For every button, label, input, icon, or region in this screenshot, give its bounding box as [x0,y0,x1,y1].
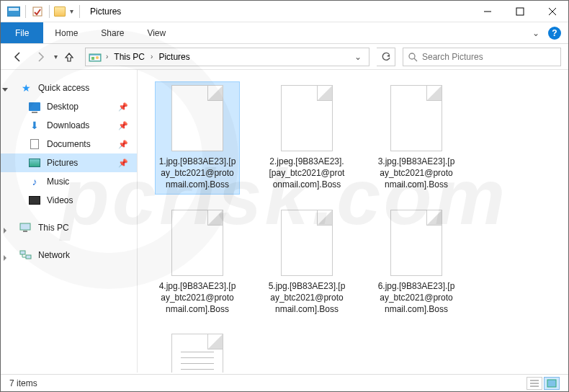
svg-line-12 [414,58,417,61]
sidebar-quick-access[interactable]: ★ Quick access [1,79,137,97]
file-name: 6.jpg.[9B83AE23].[pay_btc2021@protonmail… [377,280,455,316]
file-item[interactable]: readme-warning.txt [155,330,240,373]
file-name: 1.jpg.[9B83AE23].[pay_btc2021@protonmail… [158,156,236,191]
help-icon[interactable]: ? [548,27,561,40]
navigation-bar: ▾ › This PC › Pictures ⌄ [1,44,568,70]
tab-view[interactable]: View [135,22,177,43]
large-icons-view-button[interactable] [544,377,560,390]
file-icon [171,210,223,276]
file-name: 5.jpg.[9B83AE23].[pay_btc2021@protonmail… [268,280,346,316]
pin-icon: 📌 [118,102,128,112]
file-icon [390,85,442,151]
close-button[interactable] [536,1,568,22]
svg-rect-14 [23,231,27,232]
chevron-right-icon[interactable]: › [103,53,111,61]
file-icon [281,210,333,276]
sidebar-item-pictures[interactable]: Pictures 📌 [1,153,137,172]
downloads-icon: ⬇ [28,120,41,131]
file-item[interactable]: 5.jpg.[9B83AE23].[pay_btc2021@protonmail… [264,206,349,319]
svg-rect-22 [547,380,556,387]
file-name: 3.jpg.[9B83AE23].[pay_btc2021@protonmail… [377,156,455,191]
app-icon [6,4,21,19]
svg-rect-15 [20,251,25,254]
ribbon-expand-icon[interactable]: ⌄ [532,28,539,38]
sidebar-item-label: Music [47,177,69,187]
file-tab[interactable]: File [1,22,43,43]
videos-icon [29,196,40,205]
svg-point-11 [409,53,415,59]
documents-icon [30,139,39,149]
sidebar-network[interactable]: Network [1,246,137,264]
address-dropdown-icon[interactable]: ⌄ [354,52,362,62]
pin-icon: 📌 [118,140,128,149]
file-item[interactable]: 3.jpg.[9B83AE23].[pay_btc2021@protonmail… [374,81,459,195]
sidebar-item-label: Downloads [47,120,89,130]
pictures-icon [29,159,40,167]
sidebar-item-desktop[interactable]: Desktop 📌 [1,97,137,116]
pin-icon: 📌 [118,159,128,168]
tab-share[interactable]: Share [89,22,135,43]
svg-rect-9 [91,57,94,60]
folder-icon [54,6,66,17]
recent-locations-icon[interactable]: ▾ [54,53,58,61]
qat-properties-icon[interactable] [30,4,45,19]
forward-button[interactable] [31,47,51,67]
file-name: 2.jpeg.[9B83AE23].[pay_btc2021@protonmai… [268,156,346,191]
file-item[interactable]: 4.jpg.[9B83AE23].[pay_btc2021@protonmail… [155,206,240,319]
breadcrumb-this-pc[interactable]: This PC [112,52,146,62]
sidebar-item-label: Desktop [47,102,79,112]
sidebar-item-label: Pictures [47,158,78,168]
qat-dropdown-icon[interactable]: ▾ [70,7,73,15]
svg-point-10 [96,56,99,59]
sidebar-item-music[interactable]: ♪ Music [1,172,137,191]
tab-home[interactable]: Home [43,22,89,43]
breadcrumb-pictures[interactable]: Pictures [157,52,191,62]
back-button[interactable] [8,47,28,67]
sidebar-item-label: Documents [47,139,91,149]
svg-rect-4 [516,8,524,15]
sidebar-label: Network [38,250,70,260]
qat-separator [25,5,26,18]
star-icon: ★ [19,82,32,94]
file-item[interactable]: 6.jpg.[9B83AE23].[pay_btc2021@protonmail… [374,206,459,319]
network-icon [19,249,32,261]
qat-separator [49,5,50,18]
desktop-icon [29,102,40,111]
text-file-icon [171,334,223,373]
address-bar[interactable]: › This PC › Pictures ⌄ [85,48,369,66]
status-bar: 7 items [1,374,568,391]
svg-rect-13 [20,223,30,230]
details-view-button[interactable] [527,377,542,390]
file-icon [390,210,442,276]
file-name: 4.jpg.[9B83AE23].[pay_btc2021@protonmail… [158,280,236,316]
search-box[interactable] [403,48,561,66]
file-icon [281,85,333,151]
title-separator [79,5,80,18]
pin-icon: 📌 [118,121,128,130]
sidebar-label: This PC [38,223,69,233]
sidebar-item-documents[interactable]: Documents 📌 [1,135,137,153]
up-button[interactable] [61,48,78,66]
search-icon [408,52,418,62]
refresh-button[interactable] [377,48,395,66]
file-icon [171,85,223,151]
ribbon: File Home Share View ⌄ ? [1,22,568,44]
file-item[interactable]: 1.jpg.[9B83AE23].[pay_btc2021@protonmail… [155,81,240,195]
window-title: Pictures [90,6,121,17]
sidebar-item-videos[interactable]: Videos [1,191,137,210]
music-icon: ♪ [28,176,41,187]
sidebar-item-label: Videos [47,195,73,205]
minimize-button[interactable] [471,1,503,22]
svg-rect-1 [9,8,19,11]
search-input[interactable] [422,52,556,62]
sidebar-item-downloads[interactable]: ⬇ Downloads 📌 [1,116,137,135]
monitor-icon [19,222,32,233]
file-item[interactable]: 2.jpeg.[9B83AE23].[pay_btc2021@protonmai… [264,81,349,195]
sidebar-label: Quick access [38,83,89,93]
chevron-right-icon[interactable]: › [148,53,156,61]
title-bar: ▾ Pictures [1,1,568,22]
maximize-button[interactable] [503,1,536,22]
address-folder-icon [89,51,102,63]
file-list[interactable]: 1.jpg.[9B83AE23].[pay_btc2021@protonmail… [138,70,568,373]
sidebar-this-pc[interactable]: This PC [1,218,137,237]
